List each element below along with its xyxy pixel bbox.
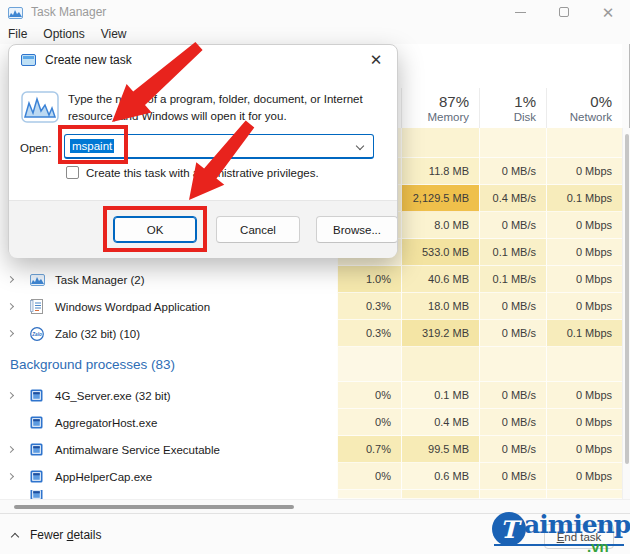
memory-cell: 99.5 MB: [401, 436, 479, 463]
memory-cell: 2,129.5 MB: [401, 185, 479, 212]
maximize-button[interactable]: [542, 0, 586, 24]
process-name-label: AppHelperCap.exe: [55, 471, 152, 483]
network-cell: 0 Mbps: [546, 436, 622, 463]
minimize-icon: [515, 12, 526, 13]
disk-cell: [479, 347, 546, 382]
status-bar: Fewer details End task: [0, 513, 630, 554]
expand-chevron-icon[interactable]: [6, 330, 13, 337]
process-name-cell: AggregatorHost.exe: [0, 409, 337, 436]
minimize-button[interactable]: [498, 0, 542, 24]
process-row[interactable]: 4G_Server.exe (32 bit)0%0.1 MB0 MB/s0 Mb…: [0, 382, 622, 409]
end-task-label: End task: [557, 531, 602, 543]
network-cell: 0 Mbps: [546, 382, 622, 409]
network-cell: [546, 490, 622, 499]
menu-bar: File Options View: [0, 24, 630, 44]
process-name-cell: 4G_Server.exe (32 bit): [0, 382, 337, 409]
vertical-scrollbar-thumb[interactable]: [625, 134, 629, 464]
memory-cell: 11.8 MB: [401, 158, 479, 185]
ok-button[interactable]: OK: [113, 216, 197, 243]
network-cell: [546, 128, 622, 158]
menu-file[interactable]: File: [0, 27, 35, 41]
horizontal-scrollbar[interactable]: [0, 499, 630, 513]
end-task-button[interactable]: End task: [544, 524, 614, 549]
browse-button[interactable]: Browse...: [316, 216, 398, 243]
column-header-memory[interactable]: 87% Memory: [401, 88, 479, 128]
process-name-label: Zalo (32 bit) (10): [55, 328, 140, 340]
menu-view[interactable]: View: [93, 27, 135, 41]
memory-cell: 0.6 MB: [401, 463, 479, 490]
process-name-cell: AppHelperCap.exe: [0, 463, 337, 490]
process-name-label: Antimalware Service Executable: [55, 444, 220, 456]
expand-chevron-icon[interactable]: [6, 473, 13, 480]
memory-cell: 8.0 MB: [401, 212, 479, 239]
cancel-button[interactable]: Cancel: [216, 216, 300, 243]
fewer-details-toggle[interactable]: Fewer details: [12, 528, 101, 542]
network-cell: 0 Mbps: [546, 158, 622, 185]
dialog-close-button[interactable]: ✕: [361, 48, 391, 72]
process-name-cell: Task Manager (2): [0, 266, 337, 293]
wordpad-icon: [30, 299, 48, 314]
process-row[interactable]: AppHelperCap.exe0%0.6 MB0 MB/s0 Mbps: [0, 463, 622, 490]
network-cell: 0 Mbps: [546, 212, 622, 239]
process-name-cell: Windows Wordpad Application: [0, 293, 337, 320]
expand-chevron-icon[interactable]: [6, 392, 13, 399]
process-name-label: Task Manager (2): [55, 274, 144, 286]
section-header-row[interactable]: Background processes (83): [0, 347, 622, 382]
exe-icon: [30, 416, 48, 429]
network-cell: 0 Mbps: [546, 239, 622, 266]
admin-privileges-checkbox[interactable]: [66, 166, 79, 179]
expand-chevron-icon[interactable]: [6, 276, 13, 283]
horizontal-scrollbar-thumb[interactable]: [14, 505, 294, 509]
disk-cell: 0 MB/s: [479, 409, 546, 436]
process-row[interactable]: Task Manager (2)1.0%40.6 MB0.1 MB/s0 Mbp…: [0, 266, 622, 293]
process-name-cell: [0, 490, 337, 499]
disk-cell: 0.4 MB/s: [479, 185, 546, 212]
cpu-cell: [337, 347, 401, 382]
network-cell: 0 Mbps: [546, 463, 622, 490]
disk-cell: 0 MB/s: [479, 436, 546, 463]
exe-icon: [30, 490, 48, 499]
create-new-task-dialog: Create new task ✕ Type the name of a pro…: [8, 44, 398, 257]
chevron-down-icon[interactable]: [356, 142, 364, 150]
exe-icon: [30, 443, 48, 456]
disk-cell: 0 MB/s: [479, 382, 546, 409]
menu-options[interactable]: Options: [35, 27, 92, 41]
process-row[interactable]: Antimalware Service Executable0.7%99.5 M…: [0, 436, 622, 463]
dialog-title-bar: Create new task ✕: [9, 45, 397, 75]
memory-cell: 18.0 MB: [401, 293, 479, 320]
column-header-disk[interactable]: 1% Disk: [479, 88, 546, 128]
process-row[interactable]: AggregatorHost.exe0%0.4 MB0 MB/s0 Mbps: [0, 409, 622, 436]
disk-cell: 0 MB/s: [479, 463, 546, 490]
network-cell: 0 Mbps: [546, 293, 622, 320]
memory-cell: 533.0 MB: [401, 239, 479, 266]
svg-text:Zalo: Zalo: [31, 332, 42, 337]
exe-icon: [30, 470, 48, 483]
network-cell: 0 Mbps: [546, 266, 622, 293]
memory-cell: 0.4 MB: [401, 409, 479, 436]
close-button[interactable]: ✕: [586, 0, 630, 24]
expand-chevron-icon[interactable]: [6, 303, 13, 310]
process-name-label: 4G_Server.exe (32 bit): [55, 390, 171, 402]
memory-cell: 40.6 MB: [401, 266, 479, 293]
open-input-value[interactable]: mspaint: [70, 139, 114, 153]
process-row[interactable]: ZaloZalo (32 bit) (10)0.3%319.2 MB0 MB/s…: [0, 320, 622, 347]
column-header-network[interactable]: 0% Network: [546, 88, 622, 128]
process-row[interactable]: Windows Wordpad Application0.3%18.0 MB0 …: [0, 293, 622, 320]
task-manager-app-icon: [8, 7, 23, 19]
process-name-label: Windows Wordpad Application: [55, 301, 210, 313]
disk-cell: [479, 128, 546, 158]
title-bar: Task Manager ✕: [0, 0, 630, 24]
open-combobox[interactable]: mspaint: [64, 134, 374, 159]
network-cell: 0.1 Mbps: [546, 320, 622, 347]
cpu-cell: 0%: [337, 382, 401, 409]
vertical-scrollbar[interactable]: [622, 128, 630, 499]
memory-cell: 0.1 MB: [401, 382, 479, 409]
disk-cell: 0 MB/s: [479, 320, 546, 347]
disk-cell: 0.1 MB/s: [479, 239, 546, 266]
dialog-description: Type the name of a program, folder, docu…: [68, 91, 390, 125]
disk-cell: [479, 490, 546, 499]
section-header-label[interactable]: Background processes (83): [10, 357, 175, 372]
chevron-up-icon: [11, 533, 19, 541]
window-title: Task Manager: [31, 5, 106, 19]
expand-chevron-icon[interactable]: [6, 446, 13, 453]
